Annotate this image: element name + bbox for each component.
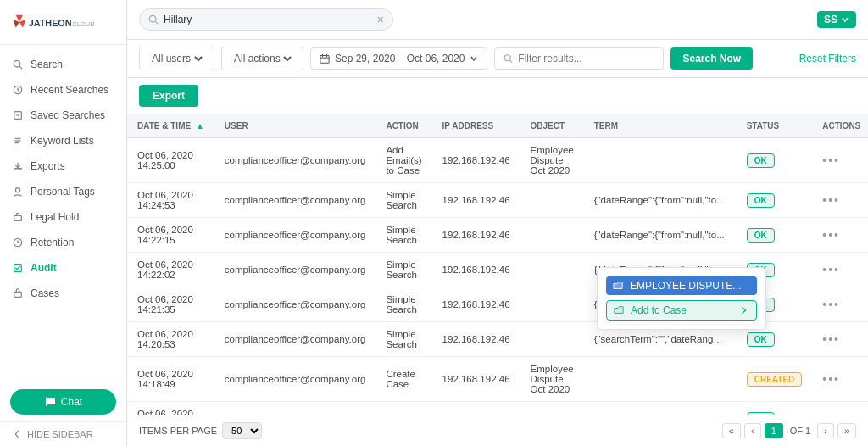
actions-filter[interactable]: All actions (221, 47, 303, 70)
svg-point-19 (149, 15, 156, 22)
cell-object (520, 287, 584, 322)
sidebar-item-cases-label: Cases (31, 287, 59, 299)
sidebar-item-exports[interactable]: Exports (0, 153, 126, 179)
last-page-button[interactable]: » (837, 423, 856, 438)
sidebar-item-cases[interactable]: Cases (0, 281, 126, 306)
sidebar-item-retention[interactable]: Retention (0, 230, 126, 255)
legal-hold-icon (12, 211, 24, 223)
col-datetime[interactable]: DATE & TIME ▲ (127, 114, 214, 138)
export-button[interactable]: Export (139, 85, 198, 107)
row-actions-menu[interactable]: ••• (822, 263, 840, 276)
row-actions-menu[interactable]: ••• (822, 153, 840, 167)
search-input[interactable] (164, 14, 372, 25)
actions-select[interactable]: All actions (231, 52, 294, 65)
svg-rect-18 (14, 292, 22, 297)
cell-datetime: Oct 06, 202014:20:53 (127, 322, 214, 357)
sidebar-item-search[interactable]: Search (0, 52, 126, 77)
sidebar-item-saved-searches[interactable]: Saved Searches (0, 103, 126, 128)
sidebar-item-keyword-lists[interactable]: Keyword Lists (0, 128, 126, 153)
svg-rect-21 (320, 56, 329, 64)
row-actions-menu[interactable]: ••• (822, 372, 840, 386)
hide-sidebar-button[interactable]: HIDE SIDEBAR (0, 421, 126, 446)
table-row: Oct 06, 202014:24:53 complianceofficer@c… (127, 183, 868, 218)
sidebar-item-legal-hold[interactable]: Legal Hold (0, 204, 126, 230)
items-per-page-select[interactable]: 50 (222, 422, 262, 439)
audit-table-container: DATE & TIME ▲ USER ACTION IP ADDRESS OBJ… (127, 114, 868, 415)
tooltip-employee-dispute[interactable]: EMPLOYEE DISPUTE... (606, 276, 757, 295)
items-per-page: ITEMS PER PAGE 50 (139, 422, 262, 439)
status-badge: OK (747, 412, 775, 415)
cell-action: Log In (376, 402, 431, 415)
svg-rect-13 (14, 169, 22, 170)
hide-sidebar-label: HIDE SIDEBAR (27, 429, 93, 439)
date-filter[interactable]: Sep 29, 2020 – Oct 06, 2020 (310, 47, 487, 70)
row-actions-menu[interactable]: ••• (822, 193, 840, 207)
audit-icon (12, 262, 24, 274)
cell-user: complianceofficer@company.org (214, 287, 376, 322)
cell-user: complianceofficer@company.org (214, 357, 376, 402)
cell-object (520, 322, 584, 357)
svg-point-25 (505, 55, 511, 61)
cell-user: complianceofficer@company.org (214, 218, 376, 253)
sidebar-item-personal-tags[interactable]: Personal Tags (0, 179, 126, 204)
col-user: USER (214, 114, 376, 138)
row-actions-menu[interactable]: ••• (822, 332, 840, 346)
svg-marker-2 (19, 20, 26, 28)
svg-text:JATHEON: JATHEON (29, 18, 72, 28)
cell-actions[interactable]: ••• (812, 138, 868, 183)
cell-ip: 192.168.192.46 (432, 322, 520, 357)
cell-status: OK (737, 138, 813, 183)
cell-ip: 192.168.192.46 (432, 253, 520, 287)
cell-object (520, 218, 584, 253)
row-actions-menu[interactable]: ••• (822, 412, 840, 415)
cell-actions[interactable]: ••• (812, 183, 868, 218)
sidebar-item-recent-searches[interactable]: Recent Searches (0, 77, 126, 103)
cell-actions[interactable]: ••• (812, 357, 868, 402)
cell-actions[interactable]: ••• (812, 402, 868, 415)
cell-user: complianceofficer@company.org (214, 253, 376, 287)
filter-results-input[interactable] (518, 53, 654, 64)
sidebar-item-audit[interactable]: Audit (0, 255, 126, 281)
filters-bar: All users All actions Sep 29, 2020 – Oct… (127, 40, 868, 78)
col-status: STATUS (737, 114, 813, 138)
users-filter[interactable]: All users (139, 47, 214, 70)
users-select[interactable]: All users (148, 52, 205, 65)
cell-actions[interactable]: ••• (812, 253, 868, 287)
table-row: Oct 06, 202014:17:10 complianceofficer@c… (127, 402, 868, 415)
cell-user: complianceofficer@company.org (214, 138, 376, 183)
svg-marker-1 (13, 20, 19, 28)
search-now-button[interactable]: Search Now (670, 47, 753, 70)
sidebar-item-saved-searches-label: Saved Searches (31, 109, 105, 121)
personal-tags-icon (12, 186, 24, 198)
tooltip-item2-label: Add to Case (631, 304, 687, 316)
cell-status: CREATED (737, 357, 813, 402)
cell-status: OK (737, 402, 813, 415)
cell-actions[interactable]: ••• (812, 218, 868, 253)
next-page-button[interactable]: › (817, 423, 834, 438)
prev-page-button[interactable]: ‹ (744, 423, 761, 438)
user-badge[interactable]: SS (817, 11, 856, 28)
reset-filters-link[interactable]: Reset Filters (799, 53, 856, 64)
cell-status: OK (737, 183, 813, 218)
chat-button[interactable]: Chat (10, 389, 116, 415)
exports-icon (12, 160, 24, 172)
cell-actions[interactable]: ••• (812, 322, 868, 357)
search-pill-icon (148, 14, 159, 25)
sidebar-item-exports-label: Exports (31, 160, 65, 172)
row-actions-menu[interactable]: ••• (822, 298, 840, 311)
folder-add-icon (614, 305, 624, 315)
filter-search-box[interactable] (494, 47, 664, 70)
cell-term (584, 402, 737, 415)
row-actions-menu[interactable]: ••• (822, 228, 840, 242)
sidebar: JATHEON CLOUD Search Recent Searches Sav… (0, 0, 127, 446)
svg-line-6 (19, 66, 22, 69)
first-page-button[interactable]: « (722, 423, 741, 438)
cell-actions[interactable]: ••• (812, 287, 868, 322)
search-close-icon[interactable]: × (377, 13, 384, 26)
cell-ip: 192.168.192.46 (432, 218, 520, 253)
cell-ip: 192.168.192.46 (432, 183, 520, 218)
col-ip: IP ADDRESS (432, 114, 520, 138)
table-row: Oct 06, 202014:18:49 complianceofficer@c… (127, 357, 868, 402)
search-pill[interactable]: × (139, 8, 393, 31)
tooltip-add-to-case[interactable]: Add to Case (606, 300, 757, 321)
